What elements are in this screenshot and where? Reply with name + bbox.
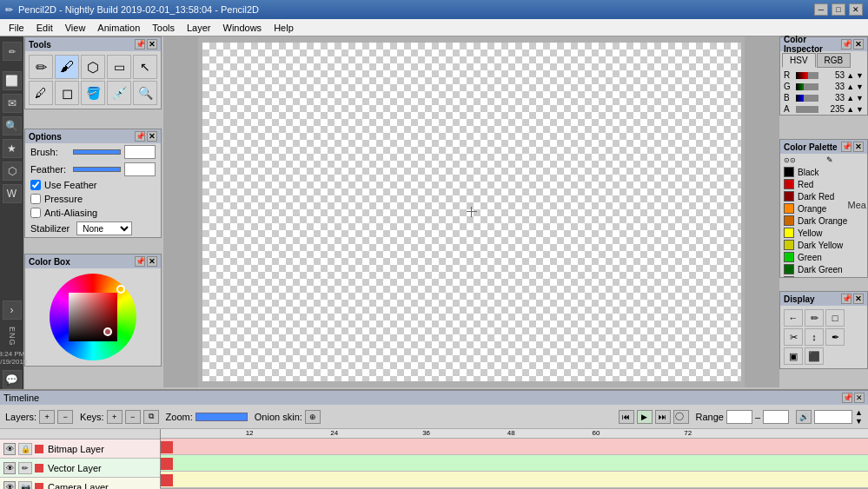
onion-skin-btn[interactable]: ⊕ [305, 410, 321, 424]
palette-right-arrow[interactable]: ⊙ [790, 156, 796, 164]
add-layer-btn[interactable]: + [39, 410, 55, 424]
pressure-checkbox[interactable] [30, 194, 41, 204]
sidebar-icon-5[interactable]: ⬡ [3, 162, 22, 181]
channel-b-bar[interactable] [796, 95, 818, 102]
menu-item-edit[interactable]: Edit [31, 21, 58, 35]
tools-panel-pin[interactable]: 📌 [135, 39, 145, 50]
palette-item[interactable]: Dark Green [780, 263, 867, 275]
channel-g-spin-down[interactable]: ▼ [856, 83, 864, 91]
tool-eraser[interactable]: ◻ [55, 81, 79, 105]
play-btn[interactable]: ▶ [637, 410, 653, 424]
channel-r-spin-down[interactable]: ▼ [856, 71, 864, 80]
display-tool-undo[interactable]: ← [784, 309, 803, 327]
channel-b-spin-up[interactable]: ▲ [846, 94, 854, 102]
tools-panel-close[interactable]: ✕ [147, 39, 157, 50]
prev-frame-btn[interactable]: ⏮ [619, 410, 634, 424]
display-panel-close[interactable]: ✕ [853, 294, 864, 304]
channel-a-spin-down[interactable]: ▼ [856, 105, 864, 114]
layer-eye-bitmap[interactable]: 👁 [3, 443, 16, 455]
colorbox-panel-close[interactable]: ✕ [147, 256, 157, 267]
channel-r-spin-up[interactable]: ▲ [846, 71, 854, 80]
display-tool-fill[interactable]: ▣ [784, 347, 803, 365]
display-tool-flip-h[interactable]: ↕ [805, 328, 824, 346]
layer-lock-bitmap[interactable]: 🔒 [18, 443, 32, 455]
sidebar-icon-1[interactable]: ⬜ [3, 71, 22, 90]
color-wheel-container[interactable] [25, 268, 161, 366]
sidebar-icon-4[interactable]: ★ [3, 139, 22, 158]
sidebar-icon-2[interactable]: ✉ [3, 94, 22, 113]
fps-spin-up[interactable]: ▲▼ [855, 408, 863, 426]
maximize-button[interactable]: □ [832, 3, 845, 16]
next-frame-btn[interactable]: ⏭ [655, 410, 671, 424]
close-button[interactable]: ✕ [849, 3, 863, 16]
use-feather-checkbox[interactable] [30, 180, 41, 190]
layer-row-camera[interactable]: 👁 📷 Camera Layer [0, 478, 160, 489]
channel-b-spin-down[interactable]: ▼ [856, 94, 864, 102]
options-panel-pin[interactable]: 📌 [135, 131, 145, 142]
menu-item-animation[interactable]: Animation [92, 21, 145, 35]
audio-btn[interactable]: 🔊 [796, 410, 812, 424]
anti-aliasing-checkbox[interactable] [30, 208, 41, 218]
sidebar-icon-3[interactable]: 🔍 [3, 116, 22, 135]
palette-item[interactable]: Red [780, 178, 867, 190]
canvas-container[interactable] [163, 36, 779, 387]
menu-item-layer[interactable]: Layer [182, 21, 216, 35]
color-inspector-close[interactable]: ✕ [853, 39, 864, 50]
palette-item[interactable]: Cyan [780, 275, 867, 278]
menu-item-help[interactable]: Help [268, 21, 299, 35]
feather-slider[interactable] [73, 167, 121, 172]
layer-row-bitmap[interactable]: 👁 🔒 Bitmap Layer [0, 439, 160, 459]
range-start-input[interactable]: 1 [726, 410, 752, 424]
stabilizer-select[interactable]: None Average [76, 221, 132, 235]
tab-hsv[interactable]: HSV [782, 53, 816, 68]
channel-r-bar[interactable] [796, 72, 818, 79]
tool-brush[interactable]: 🖌 [55, 55, 79, 79]
palette-item[interactable]: Green [780, 251, 867, 263]
tool-pen[interactable]: 🖊 [29, 81, 53, 105]
sidebar-chat-icon[interactable]: 💬 [3, 370, 22, 389]
display-panel-pin[interactable]: 📌 [841, 294, 851, 304]
layer-eye-camera[interactable]: 👁 [3, 481, 16, 490]
brush-value-input[interactable]: 4.18 [124, 145, 156, 159]
sidebar-expand-icon[interactable]: › [3, 301, 22, 320]
minimize-button[interactable]: ─ [814, 3, 828, 16]
palette-item[interactable]: Dark Yellow [780, 239, 867, 251]
menu-item-windows[interactable]: Windows [218, 21, 268, 35]
palette-item[interactable]: Yellow [780, 227, 867, 239]
palette-edit-btn[interactable]: ✎ [796, 155, 864, 164]
options-panel-close[interactable]: ✕ [147, 131, 157, 142]
channel-g-bar[interactable] [796, 83, 818, 90]
menu-item-tools[interactable]: Tools [147, 21, 180, 35]
track-bitmap[interactable] [161, 439, 868, 455]
tool-rect-select[interactable]: ▭ [107, 55, 131, 79]
palette-item[interactable]: Black [780, 166, 867, 178]
tab-rgb[interactable]: RGB [817, 53, 851, 68]
layer-eye-vector[interactable]: 👁 [3, 462, 16, 474]
timeline-pin[interactable]: 📌 [842, 393, 852, 403]
color-palette-close[interactable]: ✕ [853, 142, 864, 152]
channel-g-spin-up[interactable]: ▲ [846, 83, 854, 91]
titlebar-controls[interactable]: ─ □ ✕ [814, 3, 863, 16]
menu-item-view[interactable]: View [60, 21, 91, 35]
display-tool-camera[interactable]: ⬛ [805, 347, 824, 365]
channel-a-spin-up[interactable]: ▲ [846, 105, 854, 114]
track-camera[interactable] [161, 472, 868, 488]
remove-key-btn[interactable]: − [125, 410, 141, 424]
duplicate-key-btn[interactable]: ⧉ [143, 410, 159, 424]
canvas[interactable] [202, 43, 741, 381]
tool-zoom[interactable]: 🔍 [133, 81, 157, 105]
range-end-input[interactable]: 10 [763, 410, 789, 424]
layer-lock-vector[interactable]: ✏ [18, 462, 32, 474]
add-key-btn[interactable]: + [107, 410, 123, 424]
tool-polyline[interactable]: ⬡ [81, 55, 105, 79]
fps-input[interactable]: 12 fps [814, 410, 852, 424]
color-palette-pin[interactable]: 📌 [841, 142, 851, 152]
color-wheel[interactable] [50, 274, 136, 360]
channel-a-bar[interactable] [796, 106, 818, 113]
layer-row-vector[interactable]: 👁 ✏ Vector Layer [0, 459, 160, 478]
brush-slider[interactable] [73, 149, 121, 155]
display-tool-pen[interactable]: ✒ [825, 328, 845, 346]
remove-layer-btn[interactable]: − [57, 410, 73, 424]
color-inspector-pin[interactable]: 📌 [841, 39, 851, 50]
palette-item[interactable]: Dark Orange [780, 215, 867, 227]
